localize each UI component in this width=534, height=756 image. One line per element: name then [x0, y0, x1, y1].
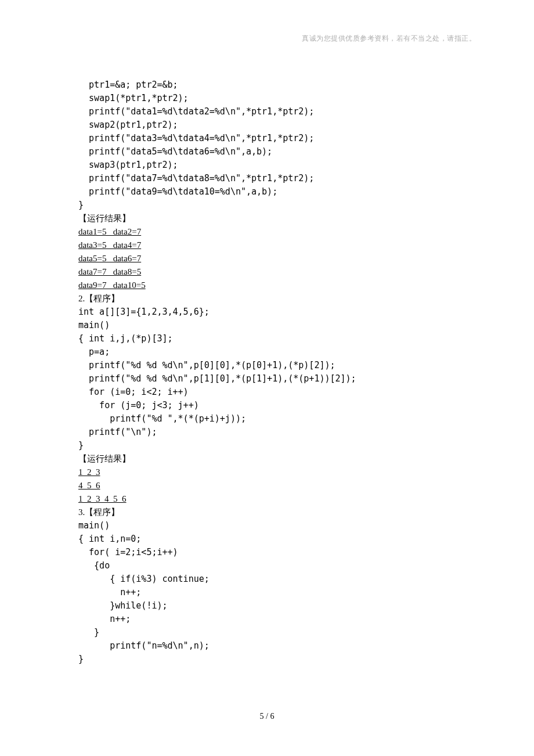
- code-line: printf("%d %d %d\n",p[0][0],*(p[0]+1),(*…: [78, 359, 473, 372]
- page-number: 5 / 6: [0, 712, 534, 721]
- code-line: printf("%d %d %d\n",p[1][0],*(p[1]+1),(*…: [78, 372, 473, 386]
- code-line: { int i,j,(*p)[3];: [78, 332, 473, 345]
- document-content: ptr1=&a; ptr2=&b; swap1(*ptr1,*ptr2); pr…: [78, 78, 473, 666]
- code-line: }: [78, 653, 473, 666]
- code-line: swap2(ptr1,ptr2);: [78, 118, 473, 132]
- code-line: 1 2 3: [78, 466, 473, 479]
- code-line: swap1(*ptr1,*ptr2);: [78, 92, 473, 105]
- code-line: 2.【程序】: [78, 292, 473, 305]
- code-line: data5=5 data6=7: [78, 252, 473, 265]
- code-line: }: [78, 199, 473, 212]
- code-line: printf("data9=%d\tdata10=%d\n",a,b);: [78, 185, 473, 199]
- code-line: data1=5 data2=7: [78, 225, 473, 239]
- code-line: for (i=0; i<2; i++): [78, 386, 473, 399]
- code-line: 1 2 3 4 5 6: [78, 492, 473, 506]
- code-line: printf("n=%d\n",n);: [78, 639, 473, 653]
- code-line: }: [78, 626, 473, 639]
- code-line: n++;: [78, 613, 473, 626]
- code-line: printf("data5=%d\tdata6=%d\n",a,b);: [78, 145, 473, 159]
- header-note: 真诚为您提供优质参考资料，若有不当之处，请指正。: [302, 34, 476, 44]
- code-line: printf("data1=%d\tdata2=%d\n",*ptr1,*ptr…: [78, 105, 473, 118]
- code-line: swap3(ptr1,ptr2);: [78, 159, 473, 172]
- code-line: }while(!i);: [78, 599, 473, 613]
- code-line: int a[][3]={1,2,3,4,5,6};: [78, 305, 473, 319]
- code-line: { int i,n=0;: [78, 532, 473, 546]
- code-line: printf("%d ",*(*(p+i)+j));: [78, 412, 473, 426]
- code-line: 【运行结果】: [78, 452, 473, 466]
- code-line: 【运行结果】: [78, 212, 473, 225]
- code-line: for( i=2;i<5;i++): [78, 546, 473, 559]
- code-line: n++;: [78, 586, 473, 599]
- code-line: data7=7 data8=5: [78, 265, 473, 279]
- code-line: 3.【程序】: [78, 506, 473, 519]
- code-line: printf("data3=%d\tdata4=%d\n",*ptr1,*ptr…: [78, 132, 473, 145]
- code-line: for (j=0; j<3; j++): [78, 399, 473, 412]
- code-line: 4 5 6: [78, 479, 473, 492]
- code-line: ptr1=&a; ptr2=&b;: [78, 78, 473, 92]
- code-line: main(): [78, 319, 473, 332]
- code-line: printf("data7=%d\tdata8=%d\n",*ptr1,*ptr…: [78, 172, 473, 185]
- code-line: data3=5 data4=7: [78, 239, 473, 252]
- code-line: {do: [78, 559, 473, 573]
- code-line: main(): [78, 519, 473, 532]
- code-line: printf("\n");: [78, 426, 473, 439]
- code-line: data9=7 data10=5: [78, 279, 473, 292]
- code-line: p=a;: [78, 345, 473, 359]
- code-line: { if(i%3) continue;: [78, 573, 473, 586]
- code-line: }: [78, 439, 473, 452]
